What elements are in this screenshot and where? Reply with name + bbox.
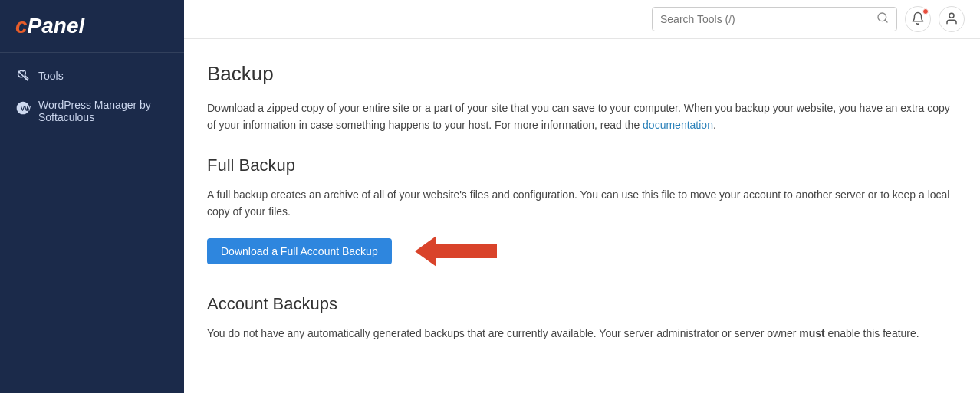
intro-text: Download a zipped copy of your entire si… <box>207 100 957 134</box>
search-input[interactable] <box>660 13 876 25</box>
arrow-indicator <box>415 236 497 267</box>
account-backups-section: Account Backups You do not have any auto… <box>207 294 957 342</box>
main-area: Backup Download a zipped copy of your en… <box>184 0 980 393</box>
wordpress-icon <box>15 100 31 116</box>
notification-badge <box>922 8 929 15</box>
svg-point-3 <box>949 13 954 18</box>
sidebar-item-tools-label: Tools <box>38 70 64 82</box>
full-backup-description: A full backup creates an archive of all … <box>207 186 957 221</box>
search-bar[interactable] <box>652 7 897 31</box>
arrow-head <box>415 236 436 267</box>
account-backups-description: You do not have any automatically genera… <box>207 325 957 342</box>
sidebar-item-wordpress-manager[interactable]: WordPress Manager by Softaculous <box>0 91 184 131</box>
sidebar-logo: cPanel <box>0 0 184 53</box>
download-row: Download a Full Account Backup <box>207 236 957 267</box>
arrow-body <box>436 244 497 258</box>
sidebar-item-wordpress-manager-label: WordPress Manager by Softaculous <box>38 99 169 123</box>
user-button[interactable] <box>939 6 965 32</box>
documentation-link[interactable]: documentation <box>643 119 713 131</box>
account-backups-title: Account Backups <box>207 294 957 314</box>
sidebar: cPanel Tools WordPress Manager by Softac… <box>0 0 184 393</box>
full-backup-title: Full Backup <box>207 156 957 175</box>
notifications-button[interactable] <box>905 6 931 32</box>
download-full-backup-button[interactable]: Download a Full Account Backup <box>207 238 392 264</box>
sidebar-navigation: Tools WordPress Manager by Softaculous <box>0 53 184 139</box>
cpanel-logo: cPanel <box>15 14 169 38</box>
page-title: Backup <box>207 62 957 86</box>
arrow-shape <box>415 236 497 267</box>
wrench-icon <box>15 68 31 84</box>
svg-line-2 <box>885 20 887 22</box>
header <box>184 0 980 39</box>
user-icon <box>945 11 959 28</box>
content-area: Backup Download a zipped copy of your en… <box>184 39 980 393</box>
search-icon <box>876 11 889 27</box>
sidebar-item-tools[interactable]: Tools <box>0 61 184 91</box>
